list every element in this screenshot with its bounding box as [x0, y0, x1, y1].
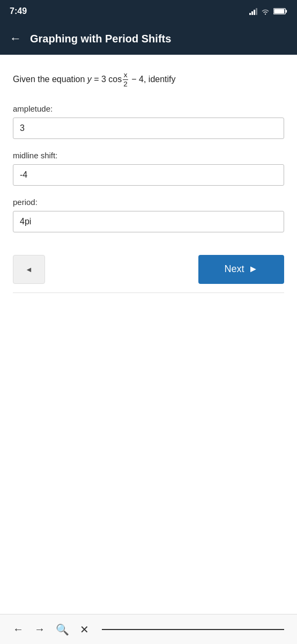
equation-fraction: x2 [122, 75, 129, 84]
bottom-close-button[interactable]: ✕ [80, 623, 89, 636]
equation-description: Given the equation y = 3 cosx2 − 4, iden… [13, 71, 284, 89]
back-button[interactable]: ← [10, 32, 21, 46]
svg-rect-1 [286, 10, 287, 12]
bottom-back-button[interactable]: ← [13, 623, 24, 635]
midline-group: midline shift: [13, 151, 284, 186]
status-bar: 7:49 [0, 0, 297, 23]
next-button[interactable]: Next ► [198, 255, 284, 284]
equation-end: − 4, identify [129, 75, 176, 84]
battery-icon [273, 8, 287, 15]
next-arrow-icon: ► [249, 264, 258, 275]
prev-arrow-icon: ◄ [25, 265, 33, 274]
section-divider [13, 292, 284, 293]
period-group: period: [13, 197, 284, 232]
status-icons [249, 8, 287, 15]
bottom-divider-line [102, 629, 284, 630]
main-content: Given the equation y = 3 cosx2 − 4, iden… [0, 55, 297, 614]
svg-rect-2 [274, 9, 284, 13]
page-title: Graphing with Period Shifts [30, 33, 171, 45]
period-label: period: [13, 197, 284, 207]
bottom-nav-bar: ← → 🔍 ✕ [0, 614, 297, 644]
status-time: 7:49 [10, 6, 27, 16]
midline-input[interactable] [13, 164, 284, 186]
period-input[interactable] [13, 211, 284, 232]
amplitude-group: ampletude: [13, 104, 284, 139]
next-label: Next [225, 264, 244, 275]
nav-buttons: ◄ Next ► [13, 255, 284, 284]
bottom-search-button[interactable]: 🔍 [56, 623, 69, 636]
midline-label: midline shift: [13, 151, 284, 160]
header: ← Graphing with Period Shifts [0, 23, 297, 55]
amplitude-label: ampletude: [13, 104, 284, 113]
prev-button[interactable]: ◄ [13, 255, 45, 284]
equation-intro: Given the equation y = 3 cos [13, 75, 122, 84]
amplitude-input[interactable] [13, 118, 284, 139]
bottom-forward-button[interactable]: → [34, 623, 45, 635]
wifi-icon [261, 8, 270, 15]
signal-icon [249, 8, 257, 15]
